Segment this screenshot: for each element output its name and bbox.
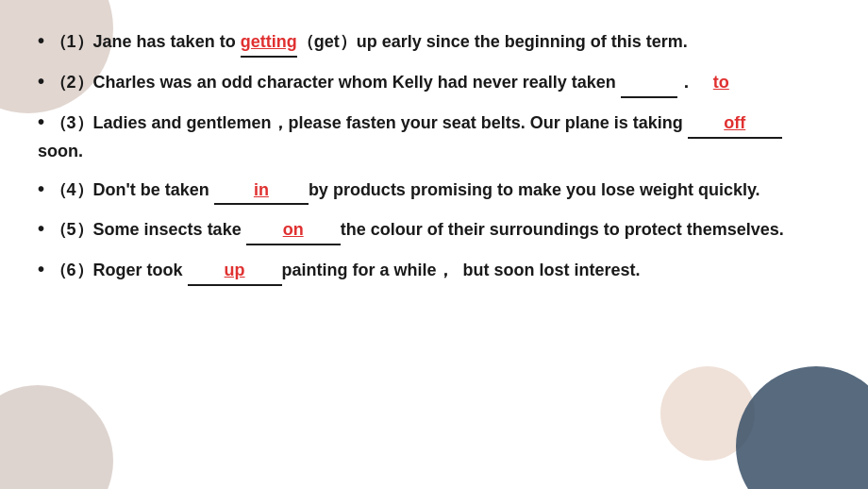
list-item: （4）Don't be taken inby products promisin… bbox=[38, 175, 821, 206]
list-item: （6）Roger took uppainting for a while， bu… bbox=[38, 255, 821, 286]
main-content: （1）Jane has taken to getting（get）up earl… bbox=[0, 0, 868, 314]
answer-3: off bbox=[724, 113, 745, 132]
item-text: （5）Some insects take onthe colour of the… bbox=[50, 220, 784, 239]
answer-4: in bbox=[254, 180, 269, 199]
exercise-list: （1）Jane has taken to getting（get）up earl… bbox=[38, 26, 821, 286]
bg-decoration-bottomleft bbox=[0, 385, 113, 489]
list-item: （3）Ladies and gentlemen，please fasten yo… bbox=[38, 108, 821, 165]
item-text: （2）Charles was an odd character whom Kel… bbox=[50, 73, 729, 92]
answer-6: up bbox=[225, 261, 245, 279]
item-text: （3）Ladies and gentlemen，please fasten yo… bbox=[38, 113, 782, 160]
list-item: （1）Jane has taken to getting（get）up earl… bbox=[38, 26, 821, 58]
item-text: （1）Jane has taken to getting（get）up earl… bbox=[50, 32, 688, 51]
answer-5: on bbox=[283, 220, 304, 239]
answer-2: to bbox=[713, 73, 729, 92]
item-text: （4）Don't be taken inby products promisin… bbox=[50, 180, 760, 199]
bg-decoration-bottomright bbox=[736, 366, 868, 489]
item-text: （6）Roger took uppainting for a while， bu… bbox=[50, 261, 641, 279]
answer-1: getting bbox=[241, 32, 297, 51]
list-item: （2）Charles was an odd character whom Kel… bbox=[38, 67, 821, 98]
list-item: （5）Some insects take onthe colour of the… bbox=[38, 214, 821, 245]
